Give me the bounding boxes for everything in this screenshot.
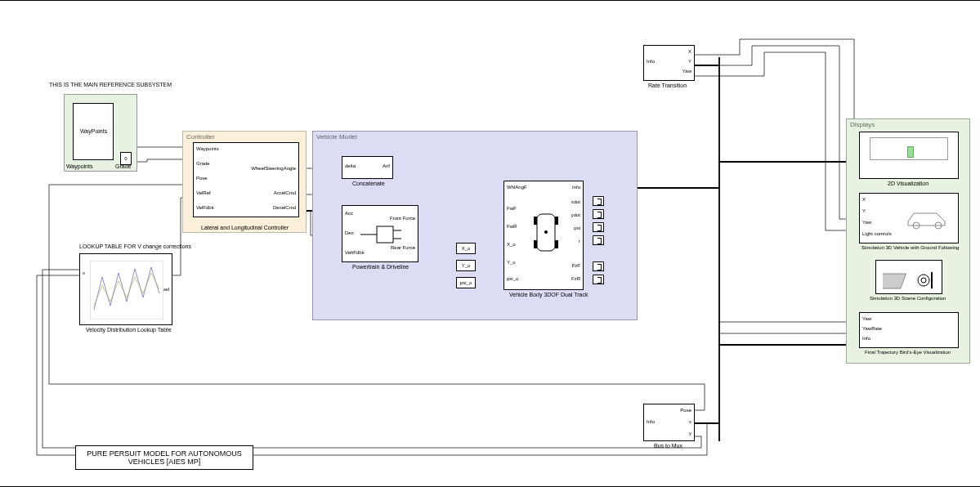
terminator-fzf — [593, 261, 604, 271]
const-yo[interactable]: Y_o — [456, 260, 476, 271]
lookup-out: vel — [163, 287, 169, 292]
scope-icon — [860, 132, 958, 178]
body-in-yo: Y_o — [507, 260, 516, 265]
lookup-label: Velocity Distribution Lookup Table — [86, 327, 172, 333]
concat-in: delta — [345, 163, 356, 168]
ctrl-in-velref: VelRef — [196, 190, 211, 195]
xo-label: X_o — [462, 246, 471, 251]
psio-label: psi_o — [460, 280, 472, 285]
pt-in-vehfdbk: VehFdbk — [345, 250, 365, 255]
area-controller: Controller Waypoints Grade Pose VelRef V… — [182, 131, 307, 233]
btm-out-pose: Pose — [680, 408, 691, 413]
be-info: Info — [862, 336, 870, 341]
block-sim3d-vehicle[interactable]: X Y Yaw Light controls — [859, 193, 959, 244]
body-in-fwf: FwF — [507, 206, 517, 211]
controller-block-label: Lateral and Longitudinal Controller — [201, 225, 289, 230]
be-yaw: Yaw — [862, 316, 871, 321]
terminator-psi — [593, 222, 604, 232]
body-in-fwr: FwR — [507, 224, 517, 229]
ctrl-in-grade: Grade — [196, 161, 210, 166]
svg-rect-5 — [534, 217, 537, 225]
body-in-whlang: WhlAngF — [507, 185, 527, 190]
grade-value: 0 — [124, 156, 127, 161]
btm-in: Info — [647, 419, 655, 424]
scene-label: Simulation 3D Scene Configuration — [870, 296, 946, 301]
terminator-ydot — [593, 209, 604, 219]
car-icon — [904, 205, 953, 230]
const-psio[interactable]: psi_o — [456, 277, 476, 288]
body-out-psi: psi — [574, 226, 580, 230]
grade-label: Grade — [115, 163, 131, 169]
rate-transition-label: Rate Transition — [648, 83, 687, 88]
terminator-r — [593, 235, 604, 245]
rt-out-yaw: Yaw — [682, 69, 691, 74]
scene-config-icon — [883, 266, 937, 290]
block-waypoints[interactable]: WayPoints — [73, 103, 114, 160]
s3d-x: X — [862, 197, 866, 202]
concat-out: Anf — [383, 163, 390, 168]
terminator-xdot — [593, 196, 604, 206]
be-yawrate: YawRate — [862, 326, 882, 331]
block-concatenate[interactable]: delta Anf — [342, 156, 393, 179]
ctrl-in-waypoints: Waypoints — [196, 146, 219, 151]
ctrl-out-steer: WheelSteeringAngle — [251, 166, 296, 171]
block-bus-to-mux[interactable]: Info Pose x y — [643, 404, 695, 441]
terminator-fzr — [593, 275, 604, 284]
lookup-chart-icon — [90, 261, 163, 319]
block-powertrain[interactable]: Acc Dec VehFdbk Front Force Rear Force — [342, 205, 418, 262]
displays-area-title: Displays — [850, 121, 875, 128]
btm-out-x: x — [689, 419, 691, 424]
ctrl-out-accel: AccelCmd — [274, 190, 296, 195]
controller-area-title: Controller — [186, 133, 215, 141]
ctrl-out-decel: DecelCmd — [273, 205, 296, 210]
body-in-psio: psi_o — [507, 276, 518, 281]
pt-in-dec: Dec — [345, 230, 354, 235]
pt-out-front: Front Force — [390, 216, 415, 221]
s3d-y: Y — [862, 208, 866, 213]
s3d-light: Light controls — [862, 231, 892, 236]
model-title-text: PURE PERSUIT MODEL FOR AUTONOMOUS VEHICL… — [87, 449, 241, 466]
canvas-border-top — [0, 0, 980, 1]
block-vehicle-body[interactable]: WhlAngF FwF FwR X_o Y_o psi_o Info xdot … — [503, 181, 584, 290]
area-vehicle-model: Vehicle Model delta Anf Concatenate Acc … — [312, 131, 638, 320]
viz2d-label: 2D Visualization — [888, 181, 929, 186]
svg-rect-10 — [90, 261, 163, 319]
s3d-yaw: Yaw — [862, 220, 871, 225]
header-note: THIS IS THE MAIN REFERENCE SUBSYSTEM — [49, 82, 172, 87]
waypoints-block-label: WayPoints — [80, 128, 107, 134]
body-out-info: Info — [572, 185, 580, 190]
svg-point-15 — [921, 278, 926, 283]
svg-rect-6 — [555, 217, 558, 225]
block-2d-viz[interactable] — [859, 132, 959, 179]
body-in-xo: X_o — [507, 242, 516, 247]
svg-rect-7 — [534, 240, 537, 248]
birdseye-label: Final Trajectory Bird's-Eye Visualizatio… — [865, 350, 951, 355]
concat-label: Concatenate — [352, 181, 385, 186]
pt-in-acc: Acc — [345, 211, 353, 216]
rt-in: Info — [647, 59, 655, 64]
sim3d-label: Simulation 3D Vehicle with Ground Follow… — [861, 245, 959, 250]
const-xo[interactable]: X_o — [456, 243, 476, 254]
model-title-box: PURE PERSUIT MODEL FOR AUTONOMOUS VEHICL… — [75, 445, 253, 470]
waypoints-area-label: Waypoints — [66, 163, 92, 169]
area-waypoints: WayPoints 0 Waypoints Grade — [64, 94, 137, 172]
yo-label: Y_o — [462, 263, 471, 268]
ctrl-in-velfdbk: VelFdbk — [196, 205, 214, 210]
bus-to-mux-label: Bus to Mux — [654, 443, 682, 449]
block-controller[interactable]: Waypoints Grade Pose VelRef VelFdbk Whee… — [193, 142, 299, 217]
block-birdseye[interactable]: Yaw YawRate Info — [859, 312, 959, 348]
btm-out-y: y — [689, 431, 691, 436]
block-rate-transition[interactable]: Info X Y Yaw — [643, 45, 695, 81]
body-out-fzf: FzF — [572, 263, 580, 268]
powertrain-icon — [360, 222, 401, 247]
rt-out-x: X — [688, 49, 691, 54]
lookup-in: x — [83, 270, 85, 275]
body-out-r: r — [579, 239, 580, 244]
svg-rect-13 — [883, 274, 906, 288]
block-scene-config[interactable] — [875, 260, 942, 294]
svg-point-9 — [544, 230, 548, 234]
block-lookup-table[interactable]: x vel — [79, 253, 172, 325]
simulink-canvas[interactable]: THIS IS THE MAIN REFERENCE SUBSYSTEM Way… — [0, 0, 980, 487]
svg-rect-1 — [377, 226, 393, 243]
body-out-ydot: ydot — [571, 212, 580, 217]
